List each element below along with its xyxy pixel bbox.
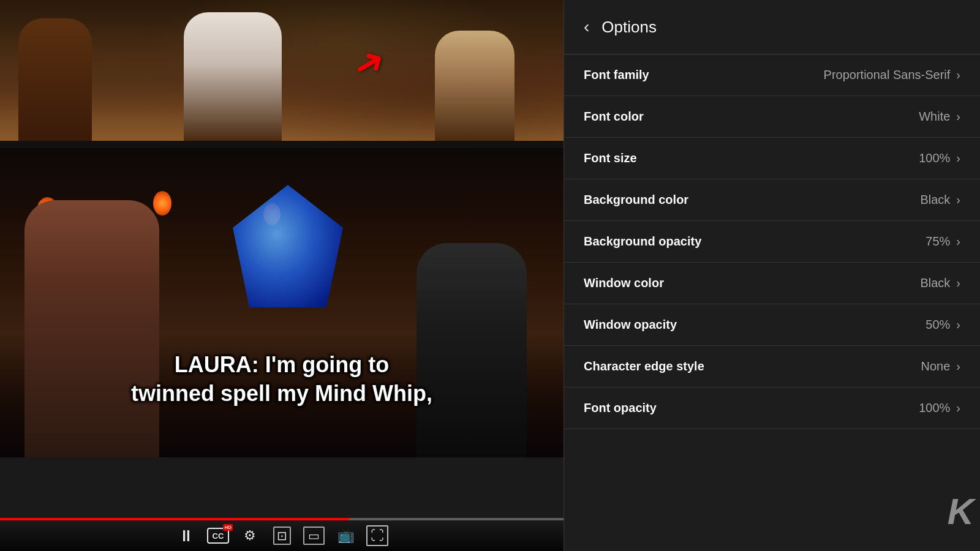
character-edge-style-option[interactable]: Character edge style None ›: [564, 346, 980, 388]
video-subtitle: LAURA: I'm going to twinned spell my Min…: [43, 351, 521, 408]
window-opacity-value: 50%: [925, 318, 950, 332]
blue-gem-decoration: [233, 185, 343, 307]
miniplayer-button[interactable]: ⊡: [271, 525, 293, 547]
window-opacity-label: Window opacity: [584, 318, 677, 332]
fullscreen-icon: ⛶: [366, 525, 388, 546]
window-color-value-row: Black ›: [920, 276, 960, 290]
font-size-value-row: 100% ›: [919, 151, 960, 165]
window-color-option[interactable]: Window color Black ›: [564, 263, 980, 304]
font-color-value: White: [919, 110, 950, 124]
font-family-option[interactable]: Font family Proportional Sans-Serif ›: [564, 54, 980, 96]
font-opacity-label: Font opacity: [584, 401, 657, 415]
character-edge-style-value-row: None ›: [921, 359, 960, 373]
window-opacity-value-row: 50% ›: [925, 318, 960, 332]
window-color-label: Window color: [584, 276, 664, 290]
gear-icon: ⚙: [244, 528, 256, 544]
chevron-right-icon: ›: [956, 318, 960, 332]
person-silhouette: [435, 31, 514, 141]
chevron-right-icon: ›: [956, 234, 960, 249]
cast-icon: 📺: [337, 528, 354, 544]
font-family-value-row: Proportional Sans-Serif ›: [824, 68, 960, 82]
font-opacity-option[interactable]: Font opacity 100% ›: [564, 388, 980, 429]
chevron-right-icon: ›: [956, 68, 960, 82]
cc-icon: CC HD: [207, 528, 229, 544]
back-button[interactable]: ‹: [584, 17, 589, 37]
character-edge-style-value: None: [921, 359, 951, 373]
character-edge-style-label: Character edge style: [584, 359, 704, 373]
window-color-value: Black: [920, 276, 950, 290]
font-color-label: Font color: [584, 110, 644, 124]
video-bottom-scene: LAURA: I'm going to twinned spell my Min…: [0, 148, 564, 457]
chevron-right-icon: ›: [956, 193, 960, 207]
miniplayer-icon: ⊡: [273, 527, 291, 545]
scene-divider: [0, 141, 564, 148]
theater-mode-button[interactable]: ▭: [303, 525, 325, 547]
person-silhouette: [24, 200, 159, 457]
fullscreen-button[interactable]: ⛶: [366, 525, 388, 547]
pause-button[interactable]: ⏸: [175, 525, 197, 547]
video-controls: ⏸ CC HD ⚙ ⊡ ▭ 📺 ⛶: [0, 520, 564, 551]
cast-button[interactable]: 📺: [334, 525, 356, 547]
options-panel: ‹ Options Font family Proportional Sans-…: [564, 0, 980, 551]
chevron-right-icon: ›: [956, 151, 960, 165]
font-color-value-row: White ›: [919, 110, 960, 124]
background-color-value: Black: [920, 193, 950, 207]
font-family-value: Proportional Sans-Serif: [824, 68, 951, 82]
cc-button[interactable]: CC HD: [207, 525, 229, 547]
chevron-right-icon: ›: [956, 401, 960, 415]
options-title: Options: [601, 18, 657, 37]
options-header: ‹ Options: [564, 0, 980, 54]
background-opacity-value: 75%: [925, 234, 950, 249]
hd-badge: HD: [223, 524, 233, 531]
font-size-label: Font size: [584, 151, 637, 165]
chevron-right-icon: ›: [956, 276, 960, 290]
background-color-option[interactable]: Background color Black ›: [564, 179, 980, 221]
font-opacity-value-row: 100% ›: [919, 401, 960, 415]
window-opacity-option[interactable]: Window opacity 50% ›: [564, 304, 980, 346]
chevron-right-icon: ›: [956, 359, 960, 373]
person-silhouette: [184, 12, 282, 141]
font-size-value: 100%: [919, 151, 950, 165]
background-color-label: Background color: [584, 193, 688, 207]
settings-button[interactable]: ⚙: [239, 525, 261, 547]
font-family-label: Font family: [584, 68, 649, 82]
background-opacity-value-row: 75% ›: [925, 234, 960, 249]
theater-icon: ▭: [303, 527, 325, 545]
background-color-value-row: Black ›: [920, 193, 960, 207]
video-top-scene: [0, 0, 564, 141]
person-silhouette: [18, 18, 92, 141]
chevron-right-icon: ›: [956, 110, 960, 124]
font-opacity-value: 100%: [919, 401, 950, 415]
person-silhouette: [417, 243, 527, 457]
background-opacity-option[interactable]: Background opacity 75% ›: [564, 221, 980, 263]
k-watermark: K: [948, 490, 974, 533]
font-color-option[interactable]: Font color White ›: [564, 96, 980, 138]
lantern-decoration: [153, 191, 172, 216]
background-opacity-label: Background opacity: [584, 234, 701, 249]
font-size-option[interactable]: Font size 100% ›: [564, 138, 980, 179]
video-player[interactable]: LAURA: I'm going to twinned spell my Min…: [0, 0, 564, 551]
